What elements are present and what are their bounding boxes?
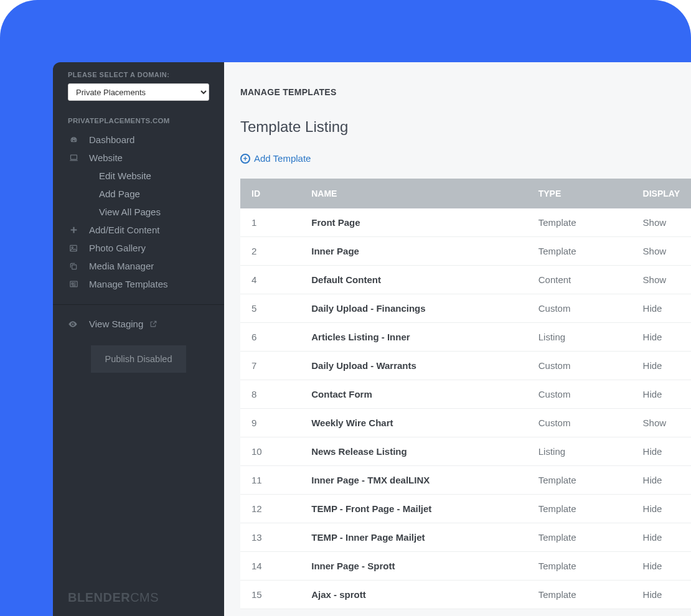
table-row[interactable]: 5Daily Upload - FinancingsCustomHide [240, 294, 691, 323]
cell-type: Template [527, 466, 632, 495]
cell-id: 1 [240, 208, 300, 237]
templates-table: ID NAME TYPE DISPLAY 1Front PageTemplate… [240, 179, 691, 609]
sidebar-item-manage-templates[interactable]: Manage Templates [53, 275, 224, 293]
cell-display: Hide [632, 523, 691, 552]
sidebar-item-edit-website[interactable]: Edit Website [53, 167, 224, 185]
cell-display: Hide [632, 552, 691, 581]
copy-icon [68, 262, 79, 271]
cell-type: Template [527, 581, 632, 609]
svg-rect-3 [72, 264, 77, 269]
cell-name: Inner Page - TMX dealLINX [300, 466, 527, 495]
cell-display: Hide [632, 581, 691, 609]
cell-name: Inner Page [300, 237, 527, 266]
sidebar-item-photo-gallery[interactable]: Photo Gallery [53, 239, 224, 257]
table-row[interactable]: 9Weekly Wire ChartCustomShow [240, 409, 691, 437]
sidebar-item-dashboard[interactable]: Dashboard [53, 131, 224, 149]
cell-name: Default Content [300, 266, 527, 294]
cell-display: Hide [632, 294, 691, 323]
cell-name: Inner Page - Sprott [300, 552, 527, 581]
page-title: Template Listing [240, 118, 691, 136]
view-staging-label: View Staging [89, 319, 143, 329]
cell-display: Hide [632, 495, 691, 523]
table-row[interactable]: 11Inner Page - TMX dealLINXTemplateHide [240, 466, 691, 495]
cell-type: Template [527, 237, 632, 266]
add-template-link[interactable]: + Add Template [240, 153, 311, 164]
cell-type: Listing [527, 323, 632, 352]
plus-icon [68, 226, 79, 234]
sidebar: PLEASE SELECT A DOMAIN: Private Placemen… [53, 62, 224, 616]
cell-display: Hide [632, 466, 691, 495]
cell-type: Template [527, 523, 632, 552]
add-template-label: Add Template [254, 153, 311, 164]
table-row[interactable]: 13TEMP - Inner Page MailjetTemplateHide [240, 523, 691, 552]
table-row[interactable]: 14Inner Page - SprottTemplateHide [240, 552, 691, 581]
image-icon [68, 244, 79, 253]
sidebar-item-view-staging[interactable]: View Staging [53, 310, 224, 338]
table-row[interactable]: 8Contact FormCustomHide [240, 380, 691, 409]
cell-name: Articles Listing - Inner [300, 323, 527, 352]
cell-name: Weekly Wire Chart [300, 409, 527, 437]
cell-type: Template [527, 208, 632, 237]
cell-display: Show [632, 266, 691, 294]
cell-id: 11 [240, 466, 300, 495]
domain-select[interactable]: Private Placements [68, 83, 209, 101]
sidebar-item-label: Add/Edit Content [89, 225, 159, 235]
table-row[interactable]: 15Ajax - sprottTemplateHide [240, 581, 691, 609]
cell-display: Show [632, 237, 691, 266]
cell-name: News Release Listing [300, 437, 527, 466]
sidebar-item-view-all-pages[interactable]: View All Pages [53, 203, 224, 221]
breadcrumb: MANAGE TEMPLATES [240, 87, 691, 97]
sidebar-item-label: Media Manager [89, 261, 154, 271]
cell-name: Ajax - sprott [300, 581, 527, 609]
th-display[interactable]: DISPLAY [632, 179, 691, 208]
cell-id: 9 [240, 409, 300, 437]
plus-circle-icon: + [240, 154, 250, 164]
external-link-icon [149, 320, 157, 328]
eye-icon [68, 319, 79, 329]
cell-id: 8 [240, 380, 300, 409]
table-row[interactable]: 4Default ContentContentShow [240, 266, 691, 294]
sidebar-item-media-manager[interactable]: Media Manager [53, 257, 224, 275]
cell-id: 5 [240, 294, 300, 323]
svg-rect-1 [70, 245, 77, 251]
cell-display: Hide [632, 380, 691, 409]
cell-id: 14 [240, 552, 300, 581]
cell-type: Custom [527, 409, 632, 437]
sidebar-item-website[interactable]: Website [53, 149, 224, 167]
sidebar-item-label: Photo Gallery [89, 243, 146, 253]
cell-id: 6 [240, 323, 300, 352]
table-row[interactable]: 10News Release ListingListingHide [240, 437, 691, 466]
th-id[interactable]: ID [240, 179, 300, 208]
cell-name: Front Page [300, 208, 527, 237]
cell-name: Daily Upload - Financings [300, 294, 527, 323]
newspaper-icon [68, 279, 79, 289]
table-row[interactable]: 2Inner PageTemplateShow [240, 237, 691, 266]
th-type[interactable]: TYPE [527, 179, 632, 208]
cell-type: Custom [527, 380, 632, 409]
sidebar-item-add-edit-content[interactable]: Add/Edit Content [53, 221, 224, 239]
dashboard-icon [68, 135, 79, 144]
domain-select-label: PLEASE SELECT A DOMAIN: [53, 62, 224, 83]
cell-id: 4 [240, 266, 300, 294]
publish-button[interactable]: Publish Disabled [91, 345, 186, 373]
cell-name: Contact Form [300, 380, 527, 409]
cell-type: Custom [527, 352, 632, 380]
table-row[interactable]: 7Daily Upload - WarrantsCustomHide [240, 352, 691, 380]
sidebar-item-add-page[interactable]: Add Page [53, 185, 224, 203]
cell-type: Template [527, 552, 632, 581]
table-row[interactable]: 1Front PageTemplateShow [240, 208, 691, 237]
cell-id: 13 [240, 523, 300, 552]
cell-id: 12 [240, 495, 300, 523]
sidebar-item-label: Website [89, 152, 123, 163]
cell-type: Content [527, 266, 632, 294]
cell-display: Hide [632, 437, 691, 466]
cell-id: 10 [240, 437, 300, 466]
table-row[interactable]: 6Articles Listing - InnerListingHide [240, 323, 691, 352]
cell-display: Show [632, 409, 691, 437]
cell-name: Daily Upload - Warrants [300, 352, 527, 380]
laptop-icon [68, 153, 79, 162]
th-name[interactable]: NAME [300, 179, 527, 208]
cell-type: Custom [527, 294, 632, 323]
table-row[interactable]: 12TEMP - Front Page - MailjetTemplateHid… [240, 495, 691, 523]
brand-logo: BLENDERCMS [68, 590, 159, 605]
